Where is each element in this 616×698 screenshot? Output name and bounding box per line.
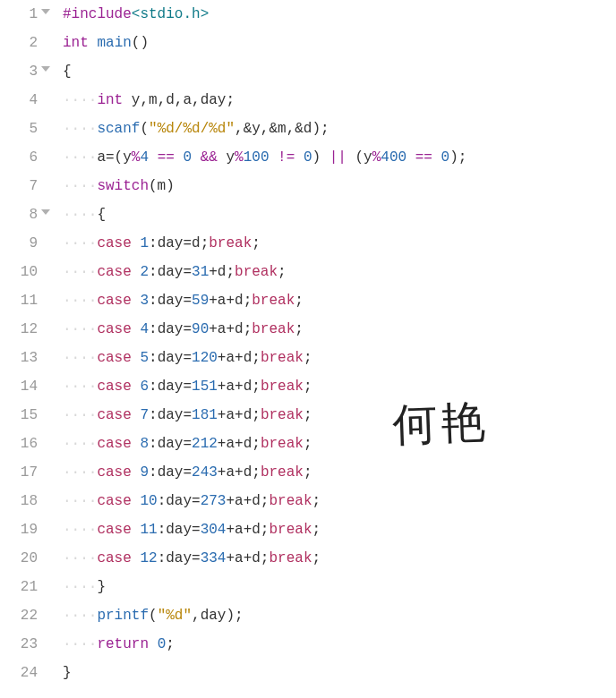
line-number: 8 (0, 200, 38, 229)
line-number: 21 (0, 573, 38, 601)
line-number: 10 (0, 258, 38, 286)
line-number: 11 (0, 286, 38, 315)
code-line[interactable]: ····case 11:day=304+a+d;break; (63, 515, 616, 544)
line-number: 18 (0, 487, 38, 515)
line-number: 13 (0, 344, 38, 372)
line-number: 20 (0, 544, 38, 573)
code-line[interactable]: ····printf("%d",day); (63, 601, 616, 630)
code-line[interactable]: ····case 7:day=181+a+d;break; (63, 401, 616, 430)
include-path: <stdio.h> (132, 6, 209, 22)
line-number: 4 (0, 86, 38, 115)
line-number: 9 (0, 229, 38, 258)
code-line[interactable]: { (63, 57, 616, 86)
code-line[interactable]: int main() (63, 29, 616, 57)
line-number: 23 (0, 630, 38, 659)
line-number-gutter: 123456789101112131415161718192021222324 (0, 0, 43, 698)
code-line[interactable]: ····switch(m) (63, 172, 616, 200)
line-number: 2 (0, 29, 38, 57)
code-line[interactable]: ····int y,m,d,a,day; (63, 86, 616, 115)
code-line[interactable]: ····case 8:day=212+a+d;break; (63, 430, 616, 458)
line-number: 16 (0, 430, 38, 458)
code-line[interactable]: #include<stdio.h> (63, 0, 616, 29)
code-line[interactable]: ····case 1:day=d;break; (63, 229, 616, 258)
line-number: 22 (0, 601, 38, 630)
code-line[interactable]: ····{ (63, 200, 616, 229)
code-line[interactable]: ····case 2:day=31+d;break; (63, 258, 616, 286)
line-number: 19 (0, 515, 38, 544)
line-number: 5 (0, 115, 38, 143)
line-number: 3 (0, 57, 38, 86)
code-line[interactable]: ····case 5:day=120+a+d;break; (63, 344, 616, 372)
code-line[interactable]: ····case 6:day=151+a+d;break; (63, 372, 616, 401)
code-line[interactable]: ····} (63, 573, 616, 601)
fold-icon[interactable] (41, 66, 50, 72)
code-line[interactable]: ····case 10:day=273+a+d;break; (63, 487, 616, 515)
code-line[interactable]: ····return 0; (63, 630, 616, 659)
code-area[interactable]: #include<stdio.h> int main() { ····int y… (43, 0, 616, 698)
code-line[interactable]: ····case 12:day=334+a+d;break; (63, 544, 616, 573)
line-number: 1 (0, 0, 38, 29)
line-number: 7 (0, 172, 38, 200)
line-number: 17 (0, 458, 38, 487)
code-line[interactable]: ····scanf("%d/%d/%d",&y,&m,&d); (63, 115, 616, 143)
code-editor[interactable]: 123456789101112131415161718192021222324 … (0, 0, 616, 698)
line-number: 24 (0, 659, 38, 687)
fold-icon[interactable] (41, 209, 50, 215)
code-line[interactable]: } (63, 659, 616, 687)
fold-icon[interactable] (41, 9, 50, 14)
preprocessor: #include (63, 6, 132, 22)
line-number: 12 (0, 315, 38, 344)
function-name: main (97, 35, 131, 51)
code-line[interactable]: ····case 9:day=243+a+d;break; (63, 458, 616, 487)
type-kw: int (63, 35, 89, 51)
line-number: 14 (0, 372, 38, 401)
line-number: 6 (0, 143, 38, 172)
code-line[interactable]: ····a=(y%4 == 0 && y%100 != 0) || (y%400… (63, 143, 616, 172)
line-number: 15 (0, 401, 38, 430)
indent-guide: ···· (63, 92, 97, 108)
code-line[interactable]: ····case 3:day=59+a+d;break; (63, 286, 616, 315)
string-literal: "%d/%d/%d" (149, 121, 235, 137)
code-line[interactable]: ····case 4:day=90+a+d;break; (63, 315, 616, 344)
